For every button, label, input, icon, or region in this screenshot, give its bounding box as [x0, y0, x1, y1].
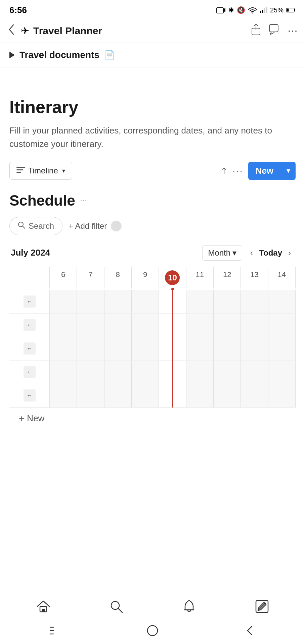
new-button[interactable]: New ▾	[248, 162, 296, 180]
content-area: Travel documents 📄 Itinerary Fill in you…	[0, 43, 305, 470]
sys-menu-button[interactable]	[44, 624, 67, 637]
more-options-button[interactable]: ⋯	[288, 25, 298, 37]
cell-r4-d9	[132, 361, 159, 384]
search-icon	[18, 221, 25, 231]
plane-icon: ✈	[21, 25, 29, 37]
cell-r3-d9	[132, 337, 159, 361]
schedule-section: Schedule ··· Search + Add filter	[9, 192, 296, 429]
day-6: 6	[50, 267, 77, 288]
cell-r4-d11	[186, 361, 214, 384]
day-12: 12	[214, 267, 241, 288]
new-button-label: New	[248, 162, 281, 180]
cell-r5-d14	[268, 384, 296, 408]
row-3-arrow[interactable]: ←	[9, 337, 49, 361]
timeline-view-button[interactable]: Timeline ▾	[9, 162, 72, 180]
new-btn-chevron-icon: ▾	[281, 162, 296, 179]
cell-r1-d9	[132, 290, 159, 314]
svg-rect-0	[217, 8, 223, 13]
month-view-label: Month	[208, 248, 230, 258]
cell-r5-d12	[214, 384, 241, 408]
cell-r4-d8	[104, 361, 132, 384]
sys-back-button[interactable]	[238, 624, 261, 637]
mute-icon: 🔇	[237, 6, 245, 14]
cell-r3-d11	[186, 337, 214, 361]
arrow-left-1[interactable]: ←	[24, 296, 36, 308]
back-button[interactable]	[7, 22, 16, 39]
sys-home-button[interactable]	[141, 624, 164, 637]
day-11: 11	[186, 267, 214, 288]
itinerary-description: Fill in your planned activities, corresp…	[9, 124, 296, 151]
calendar-month-year: July 2024	[11, 248, 202, 258]
arrow-left-2[interactable]: ←	[24, 319, 36, 331]
edit-nav-button[interactable]	[252, 596, 272, 616]
status-icons: ✱ 🔇 25%	[216, 6, 296, 14]
search-nav-button[interactable]	[106, 596, 126, 616]
travel-documents-section: Travel documents 📄	[0, 43, 305, 67]
row-1-left: ←	[9, 290, 50, 314]
day-10-today: 10	[159, 267, 186, 288]
comment-button[interactable]	[269, 24, 280, 38]
month-view-selector[interactable]: Month ▾	[202, 245, 242, 261]
itinerary-toolbar: Timeline ▾ ↗ ··· New ▾	[9, 162, 296, 180]
svg-rect-11	[269, 24, 278, 32]
cell-r2-d11	[186, 314, 214, 337]
cell-r1-d7	[77, 290, 104, 314]
cell-r2-d6	[50, 314, 77, 337]
arrow-left-5[interactable]: ←	[24, 389, 36, 401]
next-period-button[interactable]: ›	[285, 247, 294, 259]
share-button[interactable]	[251, 23, 261, 38]
timeline-grid: ← ←	[9, 290, 296, 408]
row-4-arrow[interactable]: ←	[9, 361, 49, 384]
travel-docs-label: Travel documents	[19, 50, 99, 60]
svg-rect-12	[16, 167, 25, 168]
cell-r3-d7	[77, 337, 104, 361]
cell-r3-d12	[214, 337, 241, 361]
row-5-arrow[interactable]: ←	[9, 384, 49, 408]
schedule-header: Schedule ···	[9, 192, 296, 209]
document-icon: 📄	[104, 50, 115, 60]
nav-title-area: ✈ Travel Planner	[21, 25, 251, 37]
timeline-chevron-icon: ▾	[62, 167, 65, 174]
svg-point-2	[252, 13, 253, 14]
svg-rect-4	[262, 10, 263, 13]
today-circle: 10	[165, 270, 180, 285]
svg-marker-1	[223, 8, 225, 12]
cell-r4-d7	[77, 361, 104, 384]
cell-r2-d12	[214, 314, 241, 337]
cell-r1-d14	[268, 290, 296, 314]
row-4-left: ←	[9, 361, 50, 384]
expand-icon[interactable]: ↗	[218, 164, 230, 177]
cell-r1-d11	[186, 290, 214, 314]
search-button[interactable]: Search	[9, 217, 62, 235]
toolbar-more-button[interactable]: ···	[232, 165, 243, 176]
filter-row: Search + Add filter	[9, 217, 296, 235]
notifications-nav-button[interactable]	[179, 596, 199, 616]
svg-rect-9	[287, 9, 289, 12]
cell-r4-d13	[241, 361, 268, 384]
row-1-arrow[interactable]: ←	[9, 290, 49, 314]
collapse-arrow[interactable]	[9, 52, 15, 58]
svg-rect-8	[294, 9, 295, 11]
add-new-row[interactable]: + New	[9, 408, 296, 429]
row-2-arrow[interactable]: ←	[9, 314, 49, 337]
today-button[interactable]: Today	[256, 247, 285, 259]
bottom-navigation	[0, 590, 305, 644]
arrow-left-3[interactable]: ←	[24, 342, 36, 355]
battery-text: 25%	[270, 6, 284, 14]
day-numbers-row: 6 7 8 9 10 11 12 13 14	[9, 267, 296, 288]
svg-point-27	[147, 626, 158, 636]
row-5-left: ←	[9, 384, 50, 408]
schedule-more-button[interactable]: ···	[80, 195, 87, 206]
home-nav-button[interactable]	[33, 596, 53, 616]
app-title: Travel Planner	[33, 25, 102, 37]
cell-r5-d11	[186, 384, 214, 408]
cell-r1-d13	[241, 290, 268, 314]
svg-line-16	[23, 226, 25, 228]
add-filter-button[interactable]: + Add filter	[69, 221, 122, 231]
cell-r4-d12	[214, 361, 241, 384]
arrow-left-4[interactable]: ←	[24, 366, 36, 378]
itinerary-title: Itinerary	[9, 97, 296, 117]
wifi-icon	[248, 7, 257, 13]
prev-period-button[interactable]: ‹	[247, 247, 256, 259]
nav-actions: ⋯	[251, 23, 298, 38]
